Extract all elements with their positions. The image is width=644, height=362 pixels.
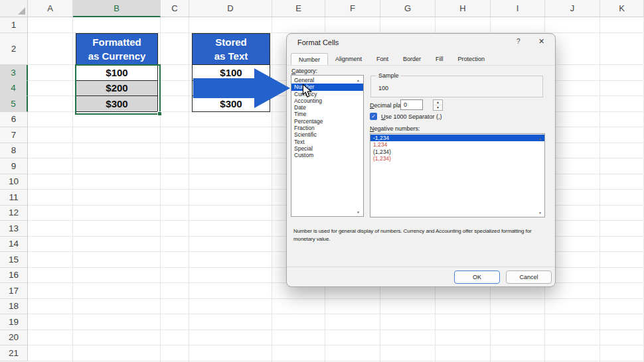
use-1000-separator-label: Use 1000 Separator (,): [381, 113, 442, 120]
negative-item-1[interactable]: 1,234: [370, 141, 544, 148]
column-header-J[interactable]: J: [545, 0, 600, 17]
mouse-cursor-icon: [302, 84, 312, 98]
category-item-fraction[interactable]: Fraction: [291, 125, 363, 131]
row-header-6[interactable]: 6: [0, 112, 28, 128]
column-header-B[interactable]: B: [73, 0, 161, 17]
category-description: Number is used for general display of nu…: [293, 227, 554, 243]
negative-item-2[interactable]: (1,234): [370, 149, 544, 155]
row-header-11[interactable]: 11: [0, 190, 28, 206]
dialog-tabs: NumberAlignmentFontBorderFillProtection: [291, 53, 492, 65]
row-header-10[interactable]: 10: [0, 174, 28, 190]
text-header-line2: as Text: [214, 49, 248, 63]
category-item-custom[interactable]: Custom: [291, 152, 363, 158]
cancel-button[interactable]: Cancel: [506, 271, 552, 284]
column-header-D[interactable]: D: [189, 0, 272, 17]
sample-group: Sample 100: [370, 76, 543, 97]
spinner-up-icon[interactable]: ▲: [434, 100, 442, 105]
currency-header-line1: Formatted: [92, 35, 141, 49]
category-item-general[interactable]: General: [291, 77, 363, 84]
tab-font[interactable]: Font: [369, 53, 396, 65]
column-header-F[interactable]: F: [325, 0, 380, 17]
grid-line: [28, 361, 644, 361]
tabstrip-divider: [287, 65, 555, 66]
grid-line: [72, 17, 73, 362]
category-item-scientific[interactable]: Scientific: [291, 131, 363, 138]
row-header-2[interactable]: 2: [0, 33, 28, 65]
close-icon[interactable]: ✕: [538, 37, 544, 46]
negative-item-3[interactable]: (1,234): [370, 155, 544, 162]
row-header-14[interactable]: 14: [0, 237, 28, 253]
tab-alignment[interactable]: Alignment: [328, 53, 369, 65]
scroll-up-icon[interactable]: ▲: [355, 78, 362, 83]
category-item-time[interactable]: Time: [291, 111, 363, 117]
category-item-text[interactable]: Text: [291, 139, 363, 145]
category-label: Category:: [291, 68, 317, 74]
row-header-18[interactable]: 18: [0, 299, 28, 315]
grid-line: [28, 314, 644, 314]
negative-numbers-label: Negative numbers:: [370, 125, 420, 132]
row-header-21[interactable]: 21: [0, 345, 28, 361]
row-header-1[interactable]: 1: [0, 17, 28, 33]
column-header-G[interactable]: G: [380, 0, 436, 17]
cell-B4[interactable]: $200: [76, 81, 158, 97]
grid-line: [189, 17, 189, 362]
row-header-9[interactable]: 9: [0, 158, 28, 174]
grid-line: [600, 17, 600, 362]
negative-scroll-up-icon[interactable]: ▲: [536, 136, 544, 141]
currency-header-line2: as Currency: [88, 49, 146, 63]
category-item-date[interactable]: Date: [291, 104, 363, 111]
sample-value: 100: [378, 85, 388, 91]
grid-line: [28, 330, 644, 330]
column-header-K[interactable]: K: [600, 0, 644, 17]
tab-number[interactable]: Number: [291, 53, 328, 65]
negative-scroll-down-icon[interactable]: ▼: [536, 210, 544, 215]
row-header-17[interactable]: 17: [0, 283, 28, 299]
row-header-3[interactable]: 3: [0, 65, 28, 81]
row-header-19[interactable]: 19: [0, 314, 28, 330]
excel-window: Formatted as Currency $100 $200 $300 Sto…: [0, 0, 644, 362]
row-header-20[interactable]: 20: [0, 330, 28, 346]
currency-table: Formatted as Currency $100 $200 $300: [76, 33, 158, 112]
negative-item-0[interactable]: -1,234: [370, 135, 544, 141]
row-header-16[interactable]: 16: [0, 268, 28, 284]
text-header-line1: Stored: [215, 35, 247, 49]
category-item-percentage[interactable]: Percentage: [291, 118, 363, 125]
category-item-special[interactable]: Special: [291, 145, 363, 152]
negative-numbers-listbox[interactable]: -1,2341,234(1,234)(1,234): [370, 133, 545, 217]
row-header-15[interactable]: 15: [0, 252, 28, 268]
column-header-A[interactable]: A: [28, 0, 73, 17]
use-1000-separator-checkbox[interactable]: ✓: [370, 113, 377, 120]
tab-border[interactable]: Border: [396, 53, 428, 65]
row-header-4[interactable]: 4: [0, 81, 28, 97]
grid-line: [272, 17, 272, 362]
spinner-down-icon[interactable]: ▼: [434, 105, 442, 110]
column-header-E[interactable]: E: [272, 0, 325, 17]
row-header-12[interactable]: 12: [0, 206, 28, 221]
row-header-13[interactable]: 13: [0, 221, 28, 237]
grid-line: [28, 298, 644, 299]
cell-B2-currency-header[interactable]: Formatted as Currency: [76, 33, 158, 65]
category-item-accounting[interactable]: Accounting: [291, 97, 363, 104]
column-header-I[interactable]: I: [491, 0, 545, 17]
scroll-down-icon[interactable]: ▼: [355, 210, 362, 215]
column-header-C[interactable]: C: [161, 0, 189, 17]
cell-B5[interactable]: $300: [76, 96, 158, 112]
sample-label: Sample: [376, 72, 401, 79]
tab-fill[interactable]: Fill: [428, 53, 451, 65]
decimal-places-input[interactable]: 0: [400, 99, 423, 110]
row-header-5[interactable]: 5: [0, 96, 28, 112]
row-header-8[interactable]: 8: [0, 143, 28, 159]
cell-D2-text-header[interactable]: Stored as Text: [192, 33, 270, 65]
dialog-title: Format Cells: [297, 38, 339, 46]
select-all-triangle-icon: [18, 7, 25, 15]
grid-line: [160, 17, 161, 362]
help-icon[interactable]: ?: [517, 38, 521, 45]
column-header-H[interactable]: H: [436, 0, 491, 17]
format-cells-dialog: Format Cells ? ✕ NumberAlignmentFontBord…: [286, 33, 556, 287]
tab-protection[interactable]: Protection: [451, 53, 493, 65]
grid-line: [28, 345, 644, 345]
select-all-corner[interactable]: [0, 0, 28, 17]
row-header-7[interactable]: 7: [0, 127, 28, 143]
cell-B3[interactable]: $100: [76, 65, 158, 81]
ok-button[interactable]: OK: [454, 271, 500, 284]
